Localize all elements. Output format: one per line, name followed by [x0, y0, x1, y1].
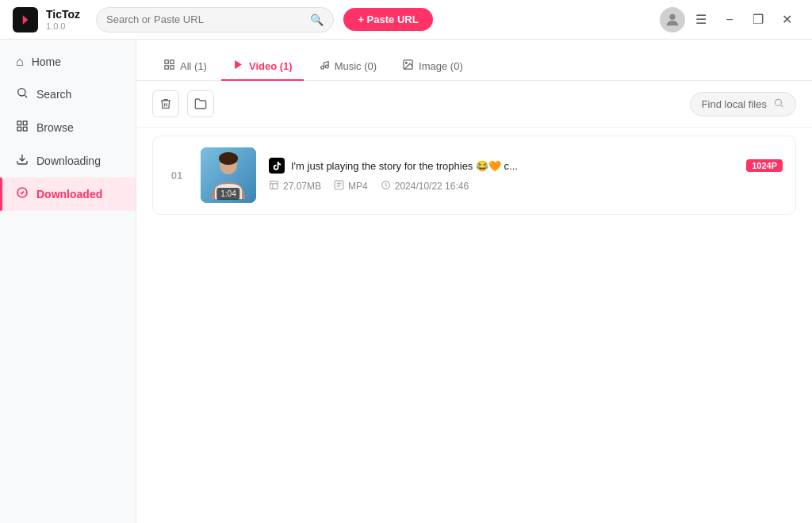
- sidebar-item-browse[interactable]: Browse: [0, 111, 136, 144]
- tab-image-label: Image (0): [419, 60, 463, 72]
- browse-icon: [16, 120, 29, 136]
- sidebar-label-downloaded: Downloaded: [36, 188, 102, 200]
- item-meta: 27.07MB MP4: [269, 180, 783, 193]
- meta-filesize: 27.07MB: [269, 180, 321, 193]
- item-title: I'm just playing the story for the troph…: [291, 160, 740, 172]
- quality-badge: 1024P: [746, 159, 783, 172]
- tab-all-label: All (1): [180, 60, 207, 72]
- svg-point-15: [405, 62, 407, 63]
- svg-rect-21: [270, 181, 278, 189]
- restore-button[interactable]: ❐: [745, 7, 771, 32]
- menu-button[interactable]: ☰: [688, 7, 714, 32]
- open-folder-button[interactable]: [187, 90, 214, 117]
- format-value: MP4: [348, 181, 368, 192]
- svg-rect-11: [170, 66, 174, 69]
- svg-rect-3: [23, 121, 27, 125]
- date-value: 2024/10/22 16:46: [395, 181, 469, 192]
- app-name-block: TicToz 1.0.0: [46, 8, 80, 31]
- find-local-search-icon: [773, 97, 784, 111]
- svg-point-16: [775, 99, 781, 105]
- item-title-row: I'm just playing the story for the troph…: [269, 158, 783, 174]
- tab-image[interactable]: Image (0): [391, 52, 474, 81]
- format-icon: [334, 180, 344, 193]
- search-nav-icon: [16, 86, 29, 102]
- video-tab-icon: [232, 59, 244, 73]
- svg-rect-5: [23, 127, 27, 131]
- tab-video[interactable]: Video (1): [221, 52, 304, 81]
- item-info: I'm just playing the story for the troph…: [269, 158, 783, 193]
- titlebar: TicToz 1.0.0 🔍 + Paste URL ☰ − ❐ ✕: [0, 0, 812, 40]
- item-number: 01: [166, 170, 188, 181]
- music-tab-icon: [318, 59, 330, 73]
- tab-music[interactable]: Music (0): [307, 52, 388, 81]
- minimize-button[interactable]: −: [717, 7, 742, 32]
- app-version: 1.0.0: [46, 21, 80, 31]
- find-local-label: Find local files: [702, 98, 767, 110]
- paste-url-button[interactable]: + Paste URL: [343, 8, 432, 31]
- filesize-value: 27.07MB: [283, 181, 321, 192]
- sidebar-label-home: Home: [32, 55, 61, 68]
- download-list: 01: [136, 128, 812, 523]
- tab-music-label: Music (0): [335, 60, 377, 72]
- table-row: 01: [152, 136, 796, 215]
- svg-rect-9: [170, 60, 174, 63]
- svg-rect-10: [165, 66, 168, 69]
- avatar-button[interactable]: [660, 7, 685, 32]
- tab-bar: All (1) Video (1) Music (0): [136, 40, 812, 81]
- sidebar-label-browse: Browse: [36, 121, 74, 134]
- main-layout: ⌂ Home Search Browse: [0, 40, 812, 523]
- svg-rect-4: [17, 127, 21, 131]
- app-name: TicToz: [46, 8, 80, 21]
- thumbnail-duration: 1:04: [216, 188, 239, 200]
- search-icon[interactable]: 🔍: [310, 13, 324, 26]
- sidebar-item-search[interactable]: Search: [0, 78, 136, 111]
- svg-point-0: [669, 13, 675, 19]
- sidebar-item-downloaded[interactable]: Downloaded: [0, 178, 136, 211]
- downloading-icon: [16, 153, 29, 169]
- sidebar-item-home[interactable]: ⌂ Home: [0, 46, 136, 78]
- sidebar-item-downloading[interactable]: Downloading: [0, 144, 136, 178]
- sidebar-label-search: Search: [36, 88, 71, 101]
- svg-point-1: [18, 89, 25, 96]
- sidebar: ⌂ Home Search Browse: [0, 40, 136, 523]
- find-local-button[interactable]: Find local files: [690, 92, 796, 116]
- tiktok-icon: [269, 158, 285, 174]
- close-button[interactable]: ✕: [774, 7, 799, 32]
- filesize-icon: [269, 180, 279, 193]
- svg-point-20: [219, 152, 238, 165]
- home-icon: ⌂: [16, 55, 24, 69]
- tab-video-label: Video (1): [249, 60, 293, 72]
- tab-all[interactable]: All (1): [152, 52, 218, 81]
- search-input[interactable]: [106, 13, 304, 25]
- downloaded-icon: [16, 186, 29, 202]
- delete-button[interactable]: [152, 90, 179, 117]
- date-icon: [381, 180, 391, 193]
- meta-date: 2024/10/22 16:46: [381, 180, 469, 193]
- search-bar[interactable]: 🔍: [96, 7, 334, 32]
- svg-rect-8: [165, 60, 168, 63]
- app-logo: [13, 7, 38, 32]
- meta-format: MP4: [334, 180, 368, 193]
- sidebar-label-downloading: Downloading: [36, 155, 101, 167]
- image-tab-icon: [402, 59, 414, 73]
- svg-rect-2: [17, 121, 21, 125]
- content-area: All (1) Video (1) Music (0): [136, 40, 812, 523]
- window-controls: ☰ − ❐ ✕: [660, 7, 799, 32]
- toolbar: Find local files: [136, 81, 812, 128]
- all-tab-icon: [163, 59, 175, 73]
- thumbnail: 1:04: [201, 147, 256, 203]
